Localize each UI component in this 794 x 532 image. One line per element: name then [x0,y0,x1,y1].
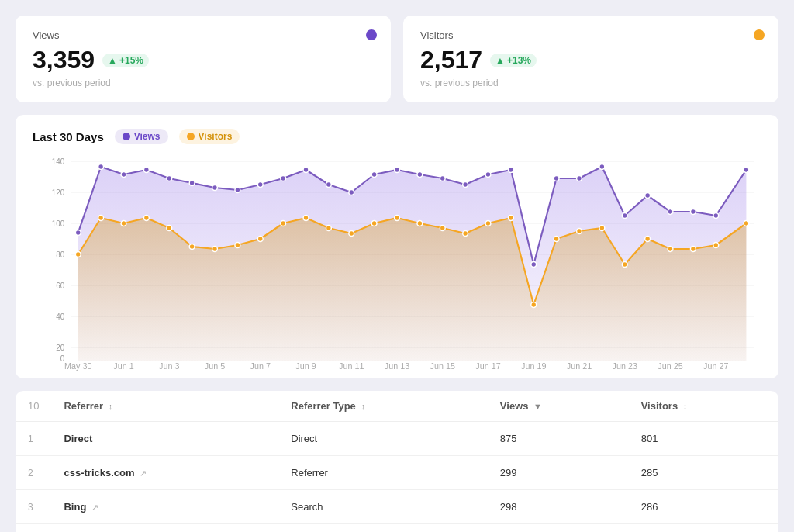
legend-views[interactable]: Views [115,129,168,144]
svg-point-27 [303,168,309,173]
svg-text:Jun 1: Jun 1 [113,361,133,371]
legend-visitors[interactable]: Visitors [179,129,240,144]
cell-type: Referrer [278,456,488,490]
svg-point-42 [645,193,651,199]
svg-point-40 [599,164,605,170]
svg-point-47 [75,252,81,257]
cell-visitors: 282 [629,524,778,533]
cell-rank: 3 [16,490,51,524]
svg-point-61 [395,216,400,221]
views-badge: ▲ +15% [102,54,149,67]
views-card-sub: vs. previous period [33,78,374,88]
svg-point-62 [417,221,423,226]
cell-rank: 1 [16,422,51,456]
svg-point-21 [167,176,172,181]
svg-text:Jun 13: Jun 13 [385,361,409,371]
cell-views: 298 [488,490,629,524]
table-row: 1 Direct Direct 875 801 [16,422,778,456]
svg-point-71 [622,262,627,268]
svg-point-36 [508,168,513,173]
svg-text:60: 60 [56,282,64,290]
svg-point-76 [744,221,749,226]
svg-point-28 [326,182,331,188]
svg-point-29 [349,190,354,195]
svg-point-63 [440,226,445,231]
col-rank: 10 [16,391,51,422]
cell-referrer: css-tricks.com ↗ [51,456,278,490]
svg-point-49 [121,221,126,226]
svg-point-59 [349,231,354,237]
svg-text:Jun 9: Jun 9 [295,361,316,371]
cell-type: Search [278,490,488,524]
cell-visitors: 801 [629,422,778,456]
svg-point-69 [577,229,582,234]
svg-point-23 [212,185,218,191]
svg-point-20 [143,168,149,173]
visitors-badge: ▲ +13% [490,54,537,67]
col-views[interactable]: Views ▼ [488,391,629,422]
views-card-value: 3,359 ▲ +15% [33,46,374,74]
svg-text:Jun 19: Jun 19 [521,361,546,371]
svg-point-60 [371,221,377,226]
svg-point-19 [121,172,126,178]
svg-text:Jun 7: Jun 7 [250,361,271,371]
svg-point-37 [531,262,537,268]
svg-point-34 [463,182,468,188]
svg-point-46 [744,168,749,173]
svg-point-66 [508,216,513,221]
visitors-card-sub: vs. previous period [420,78,761,88]
svg-point-65 [485,221,491,226]
svg-point-31 [395,168,400,173]
svg-point-18 [98,164,104,170]
cell-views: 875 [488,422,629,456]
svg-point-51 [167,226,172,231]
svg-point-26 [281,176,286,181]
visitors-card-value: 2,517 ▲ +13% [420,46,761,74]
svg-point-45 [713,213,719,219]
table-row: 2 css-tricks.com ↗ Referrer 299 285 [16,456,778,490]
svg-point-72 [645,237,651,242]
col-visitors[interactable]: Visitors ↕ [629,391,778,422]
svg-point-24 [235,188,240,193]
svg-text:Jun 23: Jun 23 [613,361,637,371]
table-card: 10 Referrer ↕ Referrer Type ↕ Views ▼ Vi… [16,391,778,532]
svg-point-54 [235,243,240,248]
svg-point-44 [690,209,696,215]
svg-point-33 [440,176,445,181]
svg-point-68 [554,237,559,242]
svg-point-38 [554,176,559,181]
svg-text:Jun 17: Jun 17 [475,361,500,371]
svg-point-64 [463,231,468,237]
table-row: 3 Bing ↗ Search 298 286 [16,490,778,524]
top-cards: Views 3,359 ▲ +15% vs. previous period V… [16,16,778,102]
chart-title: Last 30 Days [33,130,104,143]
col-referrer[interactable]: Referrer ↕ [51,391,278,422]
cell-visitors: 286 [629,490,778,524]
chart-svg: 140 120 100 80 60 40 20 0 [33,154,761,371]
visitors-card: Visitors 2,517 ▲ +13% vs. previous perio… [403,16,778,102]
cell-referrer: nytimes.com ↗ [51,524,278,533]
svg-point-25 [257,182,263,188]
svg-point-50 [143,216,149,221]
svg-text:80: 80 [56,250,64,259]
svg-point-58 [326,226,331,231]
svg-point-17 [75,230,81,236]
table-header-row: 10 Referrer ↕ Referrer Type ↕ Views ▼ Vi… [16,391,778,422]
col-referrer-type[interactable]: Referrer Type ↕ [278,391,488,422]
cell-referrer: Bing ↗ [51,490,278,524]
svg-text:20: 20 [56,344,64,352]
svg-point-35 [485,172,491,178]
svg-text:40: 40 [56,313,64,321]
svg-point-30 [371,172,377,178]
views-card: Views 3,359 ▲ +15% vs. previous period [16,16,391,102]
chart-header: Last 30 Days Views Visitors [33,129,761,144]
svg-point-55 [257,237,263,242]
views-card-title: Views [33,29,374,41]
svg-text:100: 100 [52,219,65,228]
svg-text:Jun 27: Jun 27 [703,361,728,371]
chart-card: Last 30 Days Views Visitors 140 120 100 … [16,115,778,378]
cell-views: 299 [488,456,629,490]
svg-point-57 [303,216,309,221]
table-row: 4 nytimes.com ↗ Referrer 294 282 [16,524,778,533]
svg-point-56 [281,221,286,226]
